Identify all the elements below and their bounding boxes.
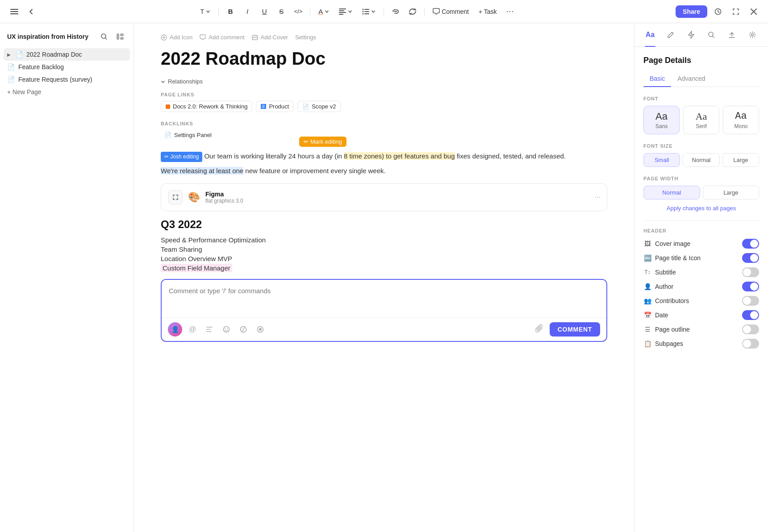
panel-tab-search[interactable]: [703, 27, 719, 43]
panel-tab-details[interactable]: Aa: [642, 27, 658, 43]
sidebar-search-button[interactable]: [98, 30, 110, 43]
svg-point-21: [225, 328, 226, 329]
subtitle-icon: T↕: [643, 269, 651, 275]
toggle-subpages[interactable]: [742, 339, 759, 349]
panel-tab-settings[interactable]: [744, 27, 760, 43]
add-cover-button[interactable]: Add Cover: [252, 34, 288, 41]
comment-submit-button[interactable]: COMMENT: [550, 322, 600, 337]
contributors-icon: 👥: [643, 297, 651, 304]
toggle-author[interactable]: [742, 282, 759, 291]
editing-area: ✏ Mark editing ✏ Josh editingOur team is…: [134, 151, 634, 176]
fullscreen-button[interactable]: [729, 4, 743, 19]
toggle-title[interactable]: [742, 253, 759, 263]
avatar-image: 👤: [168, 322, 182, 337]
size-large[interactable]: Large: [722, 153, 759, 167]
subtab-advanced[interactable]: Advanced: [671, 72, 711, 87]
subtab-basic[interactable]: Basic: [643, 72, 671, 87]
embed-more-icon[interactable]: ···: [595, 193, 601, 201]
loop-button[interactable]: [405, 4, 420, 19]
task-button[interactable]: + Task: [475, 6, 501, 17]
para1-after: fixes designed, tested, and released.: [455, 152, 566, 160]
separator1: [218, 7, 219, 16]
mark-editing-icon: ✏: [304, 138, 309, 145]
emoji-button[interactable]: [220, 323, 233, 336]
text-format-button[interactable]: T: [197, 6, 214, 17]
outline-icon: ☰: [643, 326, 651, 333]
link-button[interactable]: [388, 4, 403, 19]
embed-sub: flat graphics 3.0: [205, 198, 600, 204]
svg-rect-17: [120, 37, 124, 40]
toggle-outline[interactable]: [742, 324, 759, 334]
font-option-sans[interactable]: Aa Sans: [643, 106, 680, 134]
panel-tab-lightning[interactable]: [683, 27, 699, 43]
relationships-label: Relationships: [168, 78, 203, 85]
list-button[interactable]: [359, 7, 379, 17]
underline-button[interactable]: U: [257, 4, 271, 19]
toggle-contributors[interactable]: [742, 296, 759, 306]
menu-button[interactable]: [7, 4, 21, 19]
share-button[interactable]: Share: [676, 5, 707, 18]
apply-changes-button[interactable]: Apply changes to all pages: [643, 205, 759, 212]
size-normal[interactable]: Normal: [683, 153, 719, 167]
backlink-name: Settings Panel: [174, 132, 212, 138]
comment-button[interactable]: Comment: [429, 6, 472, 17]
toggle-date[interactable]: [742, 310, 759, 320]
separator4: [424, 7, 425, 16]
strikethrough-button[interactable]: S: [274, 4, 288, 19]
bullet-item-2: Location Overview MVP: [161, 255, 607, 262]
link-docs-label: Docs 2.0: Rework & Thinking: [173, 103, 247, 110]
comment-input[interactable]: [162, 280, 606, 316]
sidebar-new-page[interactable]: + New Page: [4, 86, 130, 98]
panel-tab-upload[interactable]: [724, 27, 740, 43]
bold-button[interactable]: B: [223, 4, 238, 19]
toggle-cover[interactable]: [742, 239, 759, 249]
sidebar-layout-button[interactable]: [114, 30, 126, 43]
backlink-settings[interactable]: 📄 Settings Panel: [161, 130, 607, 140]
embed-expand-button[interactable]: [168, 190, 183, 204]
toggle-subtitle[interactable]: [742, 267, 759, 277]
toggle-label-subpages-text: Subpages: [655, 340, 683, 347]
history-button[interactable]: [711, 4, 725, 19]
font-option-serif[interactable]: Aa Serif: [683, 106, 719, 134]
width-normal[interactable]: Normal: [643, 186, 700, 200]
sidebar-item-roadmap[interactable]: ▶ 📄 2022 Roadmap Doc: [4, 48, 130, 61]
size-small[interactable]: Small: [643, 153, 680, 167]
code-button[interactable]: </>: [291, 4, 305, 19]
add-comment-button[interactable]: Add comment: [200, 34, 244, 41]
para2-highlight: We're releasing at least one: [161, 167, 243, 175]
link-product-label: Product: [269, 103, 289, 110]
sidebar-item-backlog[interactable]: 📄 Feature Backlog: [4, 61, 130, 73]
mention-button[interactable]: @: [186, 323, 199, 336]
relationships-toggle[interactable]: Relationships: [161, 78, 203, 85]
font-serif-name: Serif: [686, 123, 716, 129]
link-docs[interactable]: Docs 2.0: Rework & Thinking: [161, 101, 252, 112]
add-icon-button[interactable]: Add Icon: [161, 34, 192, 41]
sidebar-item-requests[interactable]: 📄 Feature Requests (survey): [4, 73, 130, 86]
attach-button[interactable]: [532, 324, 546, 335]
font-serif-letter: Aa: [686, 111, 716, 122]
font-option-mono[interactable]: Aa Mono: [723, 106, 759, 134]
bullet-item-0: Speed & Performance Optimization: [161, 236, 607, 244]
link-scope[interactable]: 📄 Scope v2: [297, 101, 341, 112]
embed-name: Figma: [205, 191, 600, 198]
settings-link[interactable]: Settings: [295, 34, 316, 41]
close-button[interactable]: [747, 4, 761, 19]
embed-card[interactable]: 🎨 Figma flat graphics 3.0 ···: [161, 183, 607, 211]
para1-before: Our team is working literally 24 hours a…: [204, 152, 344, 160]
panel-tab-edit[interactable]: [663, 27, 679, 43]
new-page-label: + New Page: [7, 88, 42, 96]
link-product[interactable]: 🅱 Product: [256, 101, 294, 112]
toggle-label-date-text: Date: [655, 312, 668, 319]
italic-button[interactable]: I: [240, 4, 255, 19]
title-icon: 🔤: [643, 254, 651, 262]
more-button[interactable]: ···: [503, 4, 517, 19]
width-large[interactable]: Large: [703, 186, 760, 200]
slash-command-button[interactable]: [237, 323, 250, 336]
align-button[interactable]: [335, 7, 356, 17]
record-button[interactable]: [254, 323, 267, 336]
format-button[interactable]: [203, 323, 216, 336]
bullet-list: Speed & Performance Optimization Team Sh…: [134, 236, 634, 272]
back-button[interactable]: [24, 4, 38, 19]
color-button[interactable]: A: [315, 6, 333, 17]
font-size-label: Font Size: [643, 143, 759, 149]
